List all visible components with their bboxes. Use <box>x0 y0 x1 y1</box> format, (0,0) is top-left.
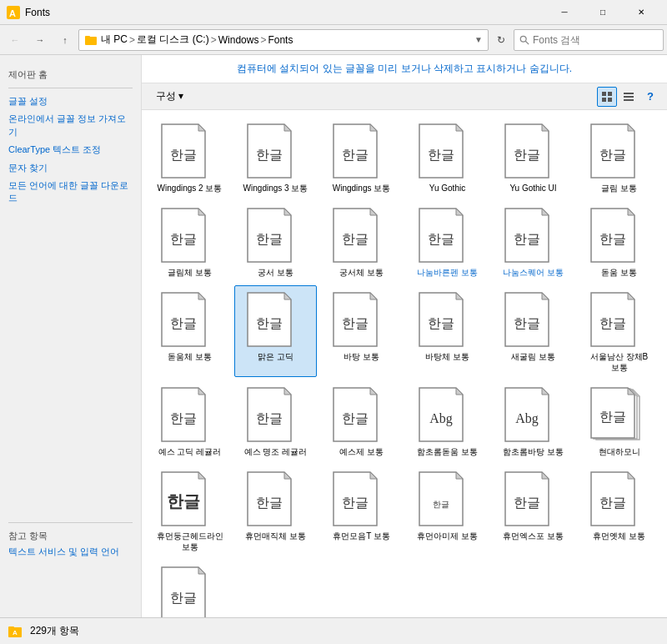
sidebar-section-ref: 참고 항목 <box>8 530 133 542</box>
svg-rect-7 <box>608 92 612 96</box>
sidebar-link-online-info[interactable]: 온라인에서 글꼴 정보 가져오기 <box>8 113 133 138</box>
minimize-button[interactable]: ─ <box>545 0 584 25</box>
view-large-icons[interactable] <box>597 87 617 107</box>
font-item[interactable]: 한글 궁서체 보통 <box>320 201 403 282</box>
refresh-button[interactable]: ↻ <box>490 29 512 51</box>
font-item[interactable]: 한글 바탕체 보통 <box>406 285 489 377</box>
statusbar: A 229개 항목 <box>0 617 667 644</box>
font-item[interactable]: 한글 Wingdings 2 보통 <box>148 117 231 198</box>
close-button[interactable]: ✕ <box>622 0 660 25</box>
font-grid: 한글 Wingdings 2 보통 한글 Wingdings 3 보통 한글 W… <box>142 110 667 617</box>
font-item[interactable]: 한글 글림 보통 <box>578 117 660 198</box>
svg-marker-47 <box>628 209 634 215</box>
font-item[interactable]: 한글 예스 고딕 레귤러 <box>148 380 231 461</box>
sidebar-link-download[interactable]: 모든 언어에 대한 글꼴 다운로드 <box>8 179 133 205</box>
svg-rect-8 <box>602 98 606 102</box>
font-icon: Abg <box>504 385 564 445</box>
font-item[interactable]: 한글 휴먼둥근헤드라인 보통 <box>148 465 231 556</box>
sidebar-divider-1 <box>8 88 133 88</box>
font-icon: 한글 <box>246 121 306 181</box>
svg-marker-26 <box>542 124 549 131</box>
folder-icon <box>84 33 98 47</box>
font-item[interactable]: 한글 Yu Gothic <box>406 117 489 198</box>
path-fonts[interactable]: Fonts <box>268 34 293 46</box>
font-name: 나눔스퀘어 보통 <box>503 267 564 278</box>
font-item[interactable]: 한글 Wingdings 3 보통 <box>234 117 317 198</box>
font-name: 나눔바른펜 보통 <box>417 267 478 278</box>
svg-marker-80 <box>542 388 549 395</box>
font-icon: 한글 <box>504 289 564 350</box>
organize-button[interactable]: 구성 ▾ <box>148 87 191 107</box>
path-drive[interactable]: 로컬 디스크 (C:) <box>137 33 209 47</box>
font-item[interactable]: 한글 글림체 보통 <box>148 201 231 282</box>
up-button[interactable]: ↑ <box>53 28 77 52</box>
search-input[interactable] <box>533 34 658 46</box>
sidebar-link-font-settings[interactable]: 글꼴 설정 <box>8 95 133 108</box>
font-item[interactable]: 한글 Yu Gothic UI <box>492 117 574 198</box>
sidebar-link-cleartype[interactable]: ClearType 텍스트 조정 <box>8 143 133 156</box>
font-item[interactable]: 한글 휴먼옛체 보통 <box>578 465 660 556</box>
svg-marker-23 <box>456 124 463 131</box>
svg-marker-99 <box>456 472 463 479</box>
font-item[interactable]: 한글 맑은 고딕 <box>234 285 317 377</box>
font-item[interactable]: 한글 나눔스퀘어 보통 <box>492 201 574 282</box>
view-details[interactable] <box>619 87 639 107</box>
font-item[interactable]: 한글 Wingdings 보통 <box>320 117 403 198</box>
font-name: 바탕 보통 <box>344 351 379 362</box>
font-item[interactable]: 한글 나눔바른펜 보통 <box>406 201 489 282</box>
svg-text:한글: 한글 <box>428 232 454 246</box>
font-item[interactable]: 한글 휴먼엑스포 보통 <box>492 465 574 556</box>
font-item[interactable]: 한글 궁서 보통 <box>234 201 317 282</box>
svg-marker-68 <box>198 388 205 395</box>
view-help[interactable]: ? <box>640 87 660 107</box>
font-item[interactable]: 한글 돋움 보통 <box>578 201 660 282</box>
info-banner: 컴퓨터에 설치되어 있는 글꼴을 미리 보거나 삭제하고 표시하거나 숨깁니다. <box>142 55 667 83</box>
font-icon: 한글 <box>589 385 649 445</box>
font-name: 예스제 보통 <box>339 446 384 457</box>
font-item[interactable]: 한글 휴먼모음T 보통 <box>320 465 403 556</box>
font-icon: 한글 <box>160 121 220 181</box>
font-name: Yu Gothic <box>429 183 465 194</box>
svg-text:한글: 한글 <box>514 316 540 330</box>
font-item[interactable]: Abg 함초롬바탕 보통 <box>492 380 574 461</box>
back-button[interactable]: ← <box>3 28 27 52</box>
font-icon: 한글 <box>160 289 220 350</box>
sidebar-link-text-services[interactable]: 텍스트 서비스 및 입력 언어 <box>8 546 133 558</box>
font-item[interactable]: 한글 현대하모니 <box>578 380 660 461</box>
address-dropdown-icon[interactable]: ▼ <box>474 35 483 44</box>
svg-text:한글: 한글 <box>342 316 369 330</box>
font-item[interactable]: 한글 서울남산 장체B 보통 <box>578 285 660 377</box>
path-mypc[interactable]: 내 PC <box>101 33 128 47</box>
font-name: 휴먼엑스포 보통 <box>503 531 564 541</box>
svg-marker-62 <box>542 293 549 299</box>
font-name: 현대하모니 <box>599 446 640 457</box>
font-item[interactable]: 한글 휴먼매직체 보통 <box>234 465 317 556</box>
svg-text:한글: 한글 <box>433 500 449 509</box>
forward-button[interactable]: → <box>28 28 52 52</box>
svg-text:한글: 한글 <box>599 316 626 330</box>
svg-marker-50 <box>198 293 205 299</box>
maximize-button[interactable]: □ <box>584 0 622 25</box>
font-item[interactable]: 한글 예스 명조 레귤러 <box>234 380 317 461</box>
font-item[interactable]: Abg 함초롬돋움 보통 <box>406 380 489 461</box>
sidebar-section-home: 제어판 홈 <box>8 68 133 81</box>
svg-marker-59 <box>456 293 463 299</box>
app-icon: A <box>7 6 20 19</box>
font-item[interactable]: 한글 바탕 보통 <box>320 285 403 377</box>
svg-marker-96 <box>370 472 377 479</box>
address-field[interactable]: 내 PC > 로컬 디스크 (C:) > Windows > Fonts ▼ <box>78 29 489 51</box>
font-item[interactable]: 한글 휴먼편지체 보통 <box>148 560 231 617</box>
font-icon: 한글 <box>246 469 306 529</box>
font-item[interactable]: 한글 예스제 보통 <box>320 380 403 461</box>
svg-marker-41 <box>456 209 463 215</box>
font-item[interactable]: 한글 새굴림 보통 <box>492 285 574 377</box>
font-name: 서울남산 장체B 보통 <box>582 351 656 373</box>
svg-text:한글: 한글 <box>342 232 369 246</box>
search-field[interactable] <box>514 29 664 51</box>
svg-marker-56 <box>370 293 377 299</box>
sidebar-link-find-char[interactable]: 문자 찾기 <box>8 162 133 174</box>
svg-rect-6 <box>602 92 606 96</box>
font-item[interactable]: 한글 휴먼아미제 보통 <box>406 465 489 556</box>
font-item[interactable]: 한글 돋움체 보통 <box>148 285 231 377</box>
path-windows[interactable]: Windows <box>218 34 259 46</box>
